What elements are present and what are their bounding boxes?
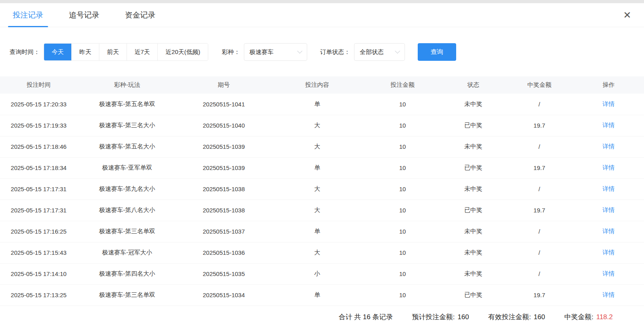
table-row: 2025-05-15 17:16:25极速赛车-第三名单双20250515-10…	[0, 221, 644, 242]
search-button[interactable]: 查询	[418, 43, 456, 61]
detail-link[interactable]: 详情	[603, 228, 615, 234]
tab-2[interactable]: 资金记录	[125, 3, 155, 27]
cell-action: 详情	[573, 221, 644, 242]
time-option-4[interactable]: 近20天(低频)	[157, 44, 208, 60]
cell-bet-time: 2025-05-15 17:18:34	[0, 157, 77, 178]
summary-win-amount: 中奖金额:118.2	[564, 312, 613, 322]
cell-bet-time: 2025-05-15 17:17:31	[0, 178, 77, 200]
time-option-1[interactable]: 昨天	[71, 44, 99, 60]
order-status-select[interactable]: 全部状态	[354, 43, 405, 61]
table-row: 2025-05-15 17:18:34极速赛车-亚军单双20250515-103…	[0, 157, 644, 178]
cell-play: 极速赛车-第三名单双	[77, 284, 177, 306]
table-row: 2025-05-15 17:17:31极速赛车-第九名大小20250515-10…	[0, 178, 644, 200]
cell-bet-time: 2025-05-15 17:13:25	[0, 284, 77, 306]
cell-status: 未中奖	[441, 136, 505, 157]
cell-bet-time: 2025-05-15 17:14:10	[0, 263, 77, 284]
bet-records-table: 投注时间彩种-玩法期号投注内容投注金额状态中奖金额操作 2025-05-15 1…	[0, 76, 644, 306]
tab-list: 投注记录追号记录资金记录	[13, 3, 181, 27]
cell-content: 单	[270, 94, 364, 115]
column-header: 中奖金额	[505, 76, 573, 94]
tab-1[interactable]: 追号记录	[69, 3, 99, 27]
time-option-2[interactable]: 前天	[99, 44, 127, 60]
cell-play: 极速赛车-第五名大小	[77, 136, 177, 157]
cell-win-amount: 19.7	[505, 115, 573, 136]
cell-bet-time: 2025-05-15 17:19:33	[0, 115, 77, 136]
cell-issue: 20250515-1037	[177, 221, 270, 242]
summary-win-value: 118.2	[596, 313, 613, 321]
cell-amount: 10	[364, 263, 441, 284]
time-option-0[interactable]: 今天	[44, 43, 72, 61]
cell-content: 大	[270, 136, 364, 157]
cell-play: 极速赛车-第三名单双	[77, 221, 177, 242]
detail-link[interactable]: 详情	[603, 185, 615, 192]
cell-play: 极速赛车-第三名大小	[77, 115, 177, 136]
cell-status: 未中奖	[441, 221, 505, 242]
cell-content: 单	[270, 284, 364, 306]
cell-action: 详情	[573, 94, 644, 115]
cell-action: 详情	[573, 178, 644, 200]
column-header: 状态	[441, 76, 505, 94]
cell-action: 详情	[573, 115, 644, 136]
cell-issue: 20250515-1036	[177, 242, 270, 263]
status-filter-label: 订单状态：	[320, 48, 350, 56]
cell-status: 未中奖	[441, 94, 505, 115]
cell-amount: 10	[364, 94, 441, 115]
detail-link[interactable]: 详情	[603, 100, 615, 107]
lottery-filter-label: 彩种：	[222, 48, 240, 56]
cell-issue: 20250515-1035	[177, 263, 270, 284]
cell-issue: 20250515-1039	[177, 136, 270, 157]
close-icon[interactable]: ✕	[623, 10, 631, 20]
column-header: 彩种-玩法	[77, 76, 177, 94]
column-header: 操作	[573, 76, 644, 94]
page-top-strip	[0, 0, 644, 3]
table-row: 2025-05-15 17:15:43极速赛车-冠军大小20250515-103…	[0, 242, 644, 263]
detail-link[interactable]: 详情	[603, 122, 615, 128]
detail-link[interactable]: 详情	[603, 164, 615, 171]
cell-content: 大	[270, 115, 364, 136]
cell-play: 极速赛车-亚军单双	[77, 157, 177, 178]
summary-expected-label: 预计投注金额:	[412, 313, 455, 321]
cell-status: 已中奖	[441, 157, 505, 178]
table-header-row: 投注时间彩种-玩法期号投注内容投注金额状态中奖金额操作	[0, 76, 644, 94]
cell-status: 已中奖	[441, 115, 505, 136]
tab-0[interactable]: 投注记录	[13, 3, 43, 27]
filter-bar: 查询时间： 今天昨天前天近7天近20天(低频) 彩种： 极速赛车 订单状态： 全…	[10, 43, 644, 61]
cell-issue: 20250515-1038	[177, 200, 270, 221]
cell-win-amount: /	[505, 94, 573, 115]
cell-win-amount: /	[505, 178, 573, 200]
cell-action: 详情	[573, 157, 644, 178]
cell-content: 单	[270, 157, 364, 178]
cell-issue: 20250515-1038	[177, 178, 270, 200]
detail-link[interactable]: 详情	[603, 206, 615, 213]
detail-link[interactable]: 详情	[603, 270, 615, 277]
cell-amount: 10	[364, 221, 441, 242]
cell-issue: 20250515-1041	[177, 94, 270, 115]
cell-play: 极速赛车-冠军大小	[77, 242, 177, 263]
status-select-value: 全部状态	[360, 48, 384, 56]
table-row: 2025-05-15 17:17:31极速赛车-第八名大小20250515-10…	[0, 200, 644, 221]
summary-valid-amount: 有效投注金额:160	[488, 312, 545, 322]
cell-win-amount: 19.7	[505, 284, 573, 306]
cell-win-amount: 19.7	[505, 200, 573, 221]
detail-link[interactable]: 详情	[603, 291, 615, 298]
cell-amount: 10	[364, 136, 441, 157]
summary-bar: 合计 共 16 条记录 预计投注金额:160 有效投注金额:160 中奖金额:1…	[0, 306, 644, 322]
cell-issue: 20250515-1040	[177, 115, 270, 136]
cell-status: 未中奖	[441, 178, 505, 200]
detail-link[interactable]: 详情	[603, 249, 615, 256]
column-header: 期号	[177, 76, 270, 94]
cell-status: 未中奖	[441, 263, 505, 284]
cell-action: 详情	[573, 200, 644, 221]
cell-issue: 20250515-1034	[177, 284, 270, 306]
column-header: 投注时间	[0, 76, 77, 94]
cell-action: 详情	[573, 136, 644, 157]
cell-bet-time: 2025-05-15 17:20:33	[0, 94, 77, 115]
cell-action: 详情	[573, 284, 644, 306]
lottery-select-value: 极速赛车	[250, 48, 274, 56]
summary-total: 合计 共 16 条记录	[339, 312, 393, 322]
time-option-3[interactable]: 近7天	[127, 44, 157, 60]
detail-link[interactable]: 详情	[603, 143, 615, 150]
table-row: 2025-05-15 17:19:33极速赛车-第三名大小20250515-10…	[0, 115, 644, 136]
lottery-select[interactable]: 极速赛车	[244, 43, 307, 61]
time-filter-label: 查询时间：	[10, 48, 40, 56]
